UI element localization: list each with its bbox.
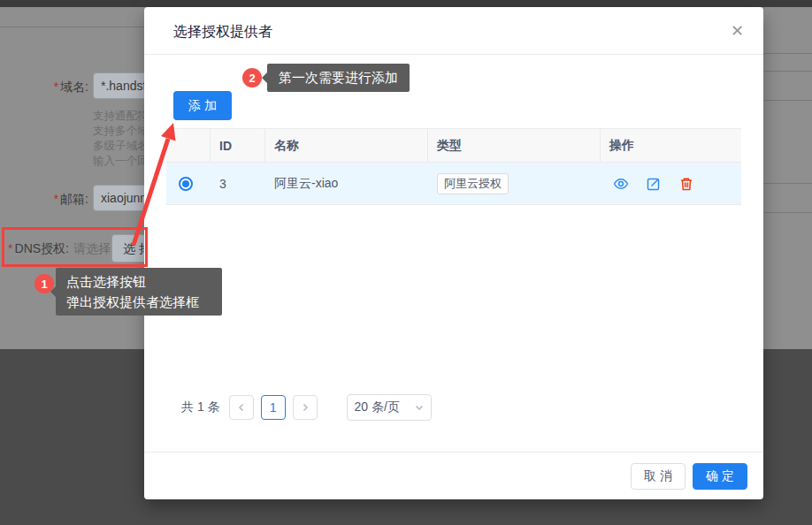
table-header-type: 类型	[428, 129, 601, 162]
add-button[interactable]: 添 加	[173, 91, 232, 120]
row-id-cell: 3	[211, 177, 265, 191]
table-header-id: ID	[211, 129, 265, 162]
page-number-button[interactable]: 1	[261, 395, 286, 420]
delete-icon[interactable]	[678, 176, 694, 192]
modal-footer: 取 消 确 定	[144, 452, 763, 499]
table-header-actions: 操作	[601, 129, 741, 162]
row-radio-selected[interactable]	[179, 177, 193, 191]
cancel-button[interactable]: 取 消	[631, 463, 686, 490]
top-bar	[0, 0, 812, 7]
row-name-cell: 阿里云-xiao	[265, 176, 428, 192]
row-radio-cell	[166, 177, 211, 191]
type-tag: 阿里云授权	[437, 173, 509, 194]
bg-divider	[763, 53, 812, 54]
confirm-button[interactable]: 确 定	[693, 463, 747, 490]
required-mark: *	[54, 192, 58, 206]
page-size-value: 20 条/页	[355, 399, 400, 415]
annotation-step2-tooltip: 第一次需要进行添加	[267, 64, 410, 92]
screen: *域名: *.handsfree 支持通配符域名 支持多个域名、 多级子域名要分…	[0, 0, 812, 525]
bg-divider	[763, 212, 812, 213]
pagination-total: 共 1 条	[181, 399, 220, 415]
select-provider-modal: 选择授权提供者 ✕ 添 加 ID 名称 类型 操作 3 阿里云-xiao 阿里云…	[144, 7, 763, 499]
pagination: 共 1 条 1 20 条/页	[181, 394, 432, 421]
view-icon[interactable]	[613, 176, 629, 192]
table-header-row: ID 名称 类型 操作	[166, 128, 741, 163]
table-header-name: 名称	[265, 129, 428, 162]
bg-divider	[763, 71, 812, 72]
modal-title: 选择授权提供者	[173, 23, 272, 42]
next-page-button[interactable]	[293, 395, 318, 420]
domain-label: *域名:	[4, 80, 88, 95]
chevron-down-icon	[415, 403, 424, 412]
row-actions-cell	[601, 176, 741, 192]
close-icon[interactable]: ✕	[731, 21, 744, 41]
annotation-step2-badge: 2	[242, 68, 262, 88]
modal-header: 选择授权提供者 ✕	[144, 7, 763, 55]
table-header-radio	[166, 129, 211, 162]
bg-divider	[763, 100, 812, 101]
required-mark: *	[54, 80, 58, 94]
page-size-select[interactable]: 20 条/页	[347, 394, 432, 421]
annotation-highlight-box	[2, 227, 148, 267]
row-type-cell: 阿里云授权	[428, 173, 601, 194]
table-row[interactable]: 3 阿里云-xiao 阿里云授权	[166, 163, 741, 205]
radio-dot	[182, 180, 189, 187]
email-label: *邮箱:	[4, 192, 88, 208]
annotation-step1-line1: 点击选择按钮	[66, 271, 211, 292]
provider-table: ID 名称 类型 操作 3 阿里云-xiao 阿里云授权	[166, 128, 741, 205]
bg-divider	[763, 183, 812, 184]
annotation-step1-badge: 1	[34, 274, 54, 293]
annotation-step1-tooltip: 点击选择按钮 弹出授权提供者选择框	[56, 268, 222, 316]
edit-icon[interactable]	[646, 176, 662, 192]
prev-page-button[interactable]	[229, 395, 254, 420]
annotation-step1-line2: 弹出授权提供者选择框	[66, 292, 211, 312]
